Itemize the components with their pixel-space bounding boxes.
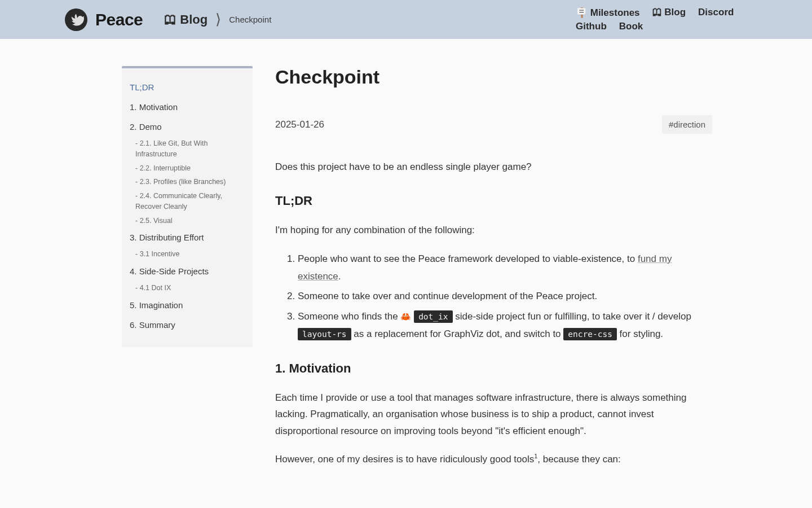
code-encrecss: encre-css bbox=[563, 328, 617, 340]
dove-logo-icon bbox=[65, 8, 87, 31]
nav-milestones[interactable]: 🪧 Milestones bbox=[576, 7, 640, 19]
nav-discord[interactable]: Discord bbox=[698, 7, 734, 19]
code-dotix: dot_ix bbox=[414, 310, 452, 323]
toc-motivation[interactable]: 1. Motivation bbox=[130, 97, 245, 117]
tldr-item-3: Someone who finds the 🦀 dot_ix side-side… bbox=[298, 308, 712, 343]
tldr-intro: I'm hoping for any combination of the fo… bbox=[275, 222, 712, 239]
toc-demo-visual[interactable]: - 2.5. Visual bbox=[130, 214, 245, 228]
toc-tldr[interactable]: TL;DR bbox=[130, 77, 245, 97]
code-layoutrs: layout-rs bbox=[298, 328, 351, 340]
toc-summary[interactable]: 6. Summary bbox=[130, 315, 245, 335]
motivation-p1: Each time I provide or use a tool that m… bbox=[275, 389, 712, 440]
tldr-item-1: People who want to see the Peace framewo… bbox=[298, 250, 712, 286]
heading-tldr: TL;DR bbox=[275, 194, 712, 208]
top-nav: 🪧 Milestones 🕮 Blog Discord Github Book bbox=[576, 7, 767, 32]
lead-paragraph: Does this project have to be an endless … bbox=[275, 159, 712, 176]
toc-incentive[interactable]: - 3.1 Incentive bbox=[130, 247, 245, 261]
page-title: Checkpoint bbox=[275, 66, 712, 88]
nav-blog[interactable]: 🕮 Blog bbox=[652, 7, 686, 19]
breadcrumb-blog[interactable]: 🕮 Blog bbox=[164, 12, 208, 27]
heading-motivation: 1. Motivation bbox=[275, 361, 712, 376]
toc-dotix[interactable]: - 4.1 Dot IX bbox=[130, 281, 245, 295]
publish-date: 2025-01-26 bbox=[275, 119, 324, 130]
crab-icon: 🦀 bbox=[400, 312, 411, 321]
tag-direction[interactable]: #direction bbox=[662, 115, 712, 134]
toc-demo-communicate[interactable]: - 2.4. Communicate Clearly, Recover Clea… bbox=[130, 189, 245, 214]
tldr-item-2: Someone to take over and continue develo… bbox=[298, 287, 712, 305]
nav-book[interactable]: Book bbox=[619, 21, 643, 32]
header-inner: Peace 🕮 Blog ⟩ Checkpoint 🪧 Milestones 🕮… bbox=[0, 7, 783, 32]
tldr-list: People who want to see the Peace framewo… bbox=[275, 250, 712, 343]
breadcrumb-separator-icon: ⟩ bbox=[215, 11, 221, 28]
toc-imagination[interactable]: 5. Imagination bbox=[130, 295, 245, 315]
app-header: Peace 🕮 Blog ⟩ Checkpoint 🪧 Milestones 🕮… bbox=[0, 0, 812, 39]
breadcrumb-current: Checkpoint bbox=[229, 15, 271, 24]
toc-distributing[interactable]: 3. Distributing Effort bbox=[130, 227, 245, 247]
toc-demo-interruptible[interactable]: - 2.2. Interruptible bbox=[130, 161, 245, 176]
nav-github[interactable]: Github bbox=[576, 21, 607, 32]
brand-name: Peace bbox=[95, 10, 143, 29]
toc-sidebar: TL;DR 1. Motivation 2. Demo - 2.1. Like … bbox=[122, 66, 253, 347]
main-layout: TL;DR 1. Motivation 2. Demo - 2.1. Like … bbox=[68, 39, 744, 508]
toc-demo-profiles[interactable]: - 2.3. Profiles (like Branches) bbox=[130, 175, 245, 189]
meta-row: 2025-01-26 #direction bbox=[275, 115, 712, 134]
breadcrumb: 🕮 Blog ⟩ Checkpoint bbox=[164, 11, 271, 28]
logo-group[interactable]: Peace bbox=[65, 8, 143, 31]
toc-demo-git[interactable]: - 2.1. Like Git, But With Infrastructure bbox=[130, 137, 245, 161]
article-content: Checkpoint 2025-01-26 #direction Does th… bbox=[275, 66, 712, 508]
motivation-p2: However, one of my desires is to have ri… bbox=[275, 451, 712, 468]
toc-side-projects[interactable]: 4. Side-Side Projects bbox=[130, 261, 245, 281]
toc-demo[interactable]: 2. Demo bbox=[130, 117, 245, 137]
